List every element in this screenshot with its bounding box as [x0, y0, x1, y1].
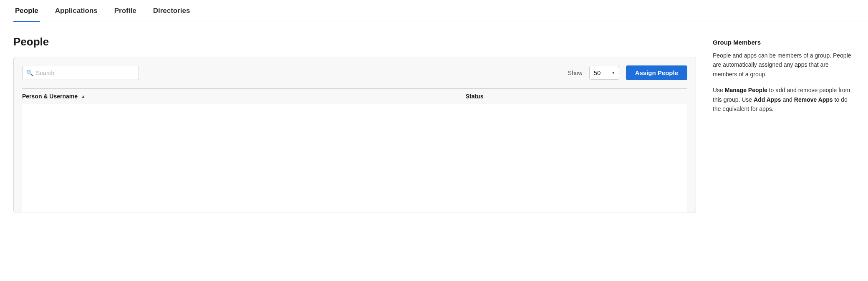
col-person-label: Person & Username — [22, 93, 78, 100]
show-value: 50 — [594, 69, 601, 76]
instructions-prefix: Use — [713, 87, 725, 93]
col-status-label: Status — [466, 93, 484, 100]
assign-people-button[interactable]: Assign People — [626, 65, 687, 80]
main-content: People 🔍 Show 50 ▾ Assign People Person … — [0, 22, 868, 213]
tab-directories[interactable]: Directories — [151, 0, 192, 22]
search-input[interactable] — [22, 66, 139, 80]
panel-toolbar: 🔍 Show 50 ▾ Assign People — [22, 65, 687, 80]
tabs-bar: People Applications Profile Directories — [0, 0, 868, 22]
sort-icon[interactable]: ▲ — [81, 94, 86, 99]
chevron-down-icon: ▾ — [612, 70, 615, 75]
manage-people-bold: Manage People — [725, 87, 767, 93]
tab-people[interactable]: People — [13, 0, 40, 22]
tab-profile[interactable]: Profile — [113, 0, 138, 22]
right-section: Group Members People and apps can be mem… — [713, 35, 855, 213]
group-members-title: Group Members — [713, 39, 855, 46]
search-icon: 🔍 — [26, 70, 33, 76]
add-apps-bold: Add Apps — [754, 96, 781, 103]
search-wrapper: 🔍 — [22, 66, 139, 80]
show-select-dropdown[interactable]: 50 ▾ — [589, 66, 619, 80]
group-members-description: People and apps can be members of a grou… — [713, 51, 855, 79]
table-body — [22, 104, 687, 213]
col-person-header: Person & Username ▲ — [22, 93, 466, 100]
remove-apps-bold: Remove Apps — [794, 96, 833, 103]
people-panel: 🔍 Show 50 ▾ Assign People Person & Usern… — [13, 57, 696, 213]
group-members-instructions: Use Manage People to add and remove peop… — [713, 85, 855, 113]
page-title: People — [13, 35, 696, 48]
tab-applications[interactable]: Applications — [53, 0, 99, 22]
col-status-header: Status — [466, 93, 687, 100]
left-section: People 🔍 Show 50 ▾ Assign People Person … — [13, 35, 696, 213]
show-label: Show — [568, 70, 583, 76]
table-header: Person & Username ▲ Status — [22, 88, 687, 104]
instructions-mid2: and — [781, 96, 794, 103]
